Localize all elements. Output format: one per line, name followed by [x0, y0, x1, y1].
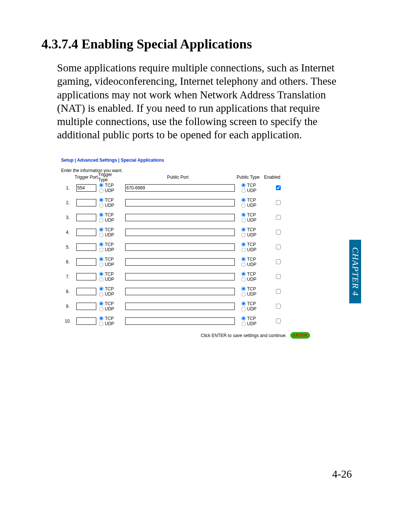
public-type-udp-radio[interactable]: [241, 188, 246, 193]
trigger-port-input[interactable]: [76, 199, 96, 206]
trigger-type-udp-radio[interactable]: [99, 262, 104, 267]
public-type-tcp-radio[interactable]: [241, 302, 246, 306]
public-type-udp-radio[interactable]: [241, 203, 246, 208]
enabled-checkbox[interactable]: [276, 289, 281, 294]
trigger-type-tcp-label: TCP: [105, 301, 114, 306]
public-type-udp-radio[interactable]: [241, 233, 246, 237]
public-port-input[interactable]: [125, 243, 235, 251]
public-type-tcp-radio[interactable]: [241, 242, 246, 247]
trigger-type-tcp-label: TCP: [105, 183, 114, 188]
trigger-type-tcp-radio[interactable]: [99, 257, 104, 262]
public-type-udp-radio[interactable]: [241, 218, 246, 222]
public-port-input[interactable]: [125, 184, 235, 192]
public-type-tcp-radio[interactable]: [241, 198, 246, 202]
trigger-type-udp-label: UDP: [105, 232, 114, 238]
public-type-udp-radio[interactable]: [241, 307, 246, 311]
table-row: 10.TCPUDPTCPUDP: [61, 314, 310, 329]
trigger-type-udp-radio[interactable]: [99, 233, 104, 237]
trigger-type-udp-radio[interactable]: [99, 203, 104, 208]
trigger-type-tcp-radio[interactable]: [99, 242, 104, 247]
breadcrumb-advanced[interactable]: Advanced Settings: [77, 158, 117, 163]
trigger-port-input[interactable]: [76, 214, 96, 221]
trigger-type-udp-radio[interactable]: [99, 218, 104, 222]
public-type-udp-radio[interactable]: [241, 277, 246, 282]
trigger-type-tcp-radio[interactable]: [99, 287, 104, 291]
row-number: 7.: [61, 274, 74, 279]
trigger-type-udp-radio[interactable]: [99, 248, 104, 252]
table-row: 4.TCPUDPTCPUDP: [61, 225, 310, 240]
enabled-checkbox[interactable]: [276, 230, 281, 235]
public-type-tcp-radio[interactable]: [241, 272, 246, 276]
public-type-udp-radio[interactable]: [241, 248, 246, 252]
trigger-type-tcp-radio[interactable]: [99, 198, 104, 202]
enabled-checkbox[interactable]: [276, 185, 281, 190]
table-row: 8.TCPUDPTCPUDP: [61, 284, 310, 299]
enabled-checkbox[interactable]: [276, 215, 281, 220]
enabled-checkbox[interactable]: [276, 245, 281, 249]
trigger-port-input[interactable]: [76, 184, 96, 192]
hdr-public-type: Public Type: [235, 175, 261, 180]
trigger-type-udp-label: UDP: [105, 262, 114, 267]
trigger-port-input[interactable]: [76, 303, 96, 310]
public-type-udp-label: UDP: [247, 247, 256, 252]
public-port-input[interactable]: [125, 199, 235, 206]
trigger-type-tcp-radio[interactable]: [99, 228, 104, 232]
row-number: 3.: [61, 215, 74, 220]
row-number: 5.: [61, 245, 74, 250]
trigger-type-udp-label: UDP: [105, 277, 114, 282]
trigger-type-udp-radio[interactable]: [99, 307, 104, 311]
trigger-port-input[interactable]: [76, 317, 96, 325]
public-type-tcp-label: TCP: [247, 227, 256, 232]
public-type-tcp-radio[interactable]: [241, 287, 246, 291]
public-type-tcp-radio[interactable]: [241, 183, 246, 188]
public-type-tcp-label: TCP: [247, 183, 256, 188]
trigger-type-udp-label: UDP: [105, 306, 114, 312]
trigger-type-tcp-radio[interactable]: [99, 316, 104, 321]
trigger-type-tcp-radio[interactable]: [99, 272, 104, 276]
enter-button[interactable]: ENTER: [290, 332, 310, 339]
trigger-type-tcp-radio[interactable]: [99, 213, 104, 217]
breadcrumb: Setup | Advanced Settings | Special Appl…: [61, 158, 310, 163]
public-type-tcp-radio[interactable]: [241, 316, 246, 321]
enabled-checkbox[interactable]: [276, 274, 281, 279]
enabled-checkbox[interactable]: [276, 319, 281, 323]
row-number: 4.: [61, 230, 74, 235]
public-port-input[interactable]: [125, 288, 235, 295]
public-type-tcp-radio[interactable]: [241, 213, 246, 217]
public-type-udp-radio[interactable]: [241, 262, 246, 267]
enabled-checkbox[interactable]: [276, 304, 281, 309]
trigger-type-tcp-label: TCP: [105, 212, 114, 218]
trigger-port-input[interactable]: [76, 229, 96, 236]
public-type-udp-radio[interactable]: [241, 321, 246, 326]
hdr-enabled: Enabled: [261, 175, 283, 180]
trigger-type-tcp-radio[interactable]: [99, 302, 104, 306]
trigger-type-udp-radio[interactable]: [99, 277, 104, 282]
trigger-type-udp-radio[interactable]: [99, 321, 104, 326]
trigger-port-input[interactable]: [76, 288, 96, 295]
public-port-input[interactable]: [125, 273, 235, 280]
hdr-trigger-type: Trigger Type: [98, 172, 120, 182]
table-row: 9.TCPUDPTCPUDP: [61, 299, 310, 314]
public-type-udp-label: UDP: [247, 277, 256, 282]
public-port-input[interactable]: [125, 229, 235, 236]
trigger-port-input[interactable]: [76, 243, 96, 251]
public-type-tcp-radio[interactable]: [241, 257, 246, 262]
public-port-input[interactable]: [125, 214, 235, 221]
public-port-input[interactable]: [125, 303, 235, 310]
breadcrumb-setup[interactable]: Setup: [61, 158, 73, 163]
enabled-checkbox[interactable]: [276, 200, 281, 205]
public-type-tcp-radio[interactable]: [241, 228, 246, 232]
footer-text: Click ENTER to save settings and continu…: [201, 333, 287, 338]
trigger-port-input[interactable]: [76, 273, 96, 280]
public-type-udp-radio[interactable]: [241, 292, 246, 296]
trigger-type-udp-radio[interactable]: [99, 292, 104, 296]
public-type-udp-label: UDP: [247, 321, 256, 326]
table-row: 3.TCPUDPTCPUDP: [61, 210, 310, 225]
trigger-type-udp-radio[interactable]: [99, 188, 104, 193]
public-port-input[interactable]: [125, 258, 235, 266]
trigger-port-input[interactable]: [76, 258, 96, 266]
public-port-input[interactable]: [125, 317, 235, 325]
public-type-tcp-label: TCP: [247, 198, 256, 203]
enabled-checkbox[interactable]: [276, 259, 281, 264]
trigger-type-tcp-radio[interactable]: [99, 183, 104, 188]
